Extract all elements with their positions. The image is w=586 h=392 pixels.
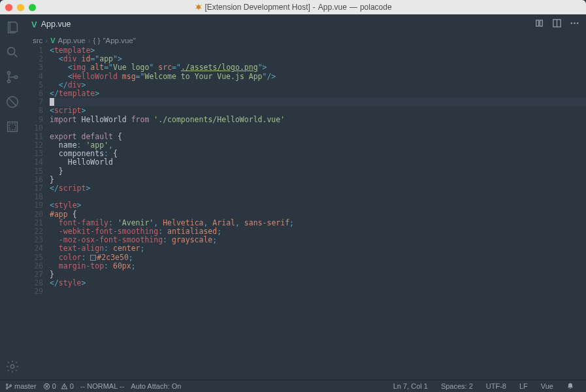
title-project: polacode — [360, 3, 392, 12]
encoding[interactable]: UTF-8 — [486, 382, 506, 390]
vim-mode: -- NORMAL -- — [80, 382, 124, 390]
code-line[interactable]: </style> — [50, 279, 586, 287]
status-bar: master 0 0 -- NORMAL -- Auto Attach: On … — [0, 380, 586, 392]
title-prefix: [Extension Development Host] — [204, 3, 310, 12]
body: V App.vue src › V — [0, 14, 586, 380]
tab-bar: V App.vue — [25, 14, 586, 35]
code-line[interactable]: </div> — [50, 81, 586, 90]
code-line[interactable]: components: { — [50, 150, 586, 158]
minimize-window-icon[interactable] — [17, 4, 24, 11]
line-number: 8 — [25, 106, 43, 115]
line-number: 29 — [25, 287, 43, 296]
code-line[interactable]: <HelloWorld msg="Welcome to Your Vue.js … — [50, 73, 586, 81]
source-control-icon[interactable] — [5, 69, 20, 85]
search-icon[interactable] — [5, 44, 20, 60]
svg-point-12 — [577, 22, 578, 24]
bug-icon — [194, 3, 202, 12]
code-line[interactable]: <script> — [50, 106, 586, 115]
window: [Extension Development Host] - App.vue —… — [0, 0, 586, 392]
error-icon — [43, 383, 50, 390]
code-line[interactable]: <style> — [50, 201, 586, 210]
svg-point-0 — [196, 5, 200, 8]
code-line[interactable]: name: 'app', — [50, 141, 586, 150]
problems[interactable]: 0 0 — [43, 382, 74, 390]
compare-changes-icon[interactable] — [534, 18, 544, 31]
language-mode[interactable]: Vue — [541, 382, 553, 390]
code-line[interactable]: export default { — [50, 133, 586, 141]
close-window-icon[interactable] — [5, 4, 12, 11]
code-line[interactable]: HelloWorld — [50, 158, 586, 167]
svg-point-3 — [7, 80, 10, 82]
code-line[interactable]: import HelloWorld from './components/Hel… — [50, 116, 586, 124]
code-line[interactable] — [50, 98, 586, 106]
eol[interactable]: LF — [519, 382, 528, 390]
vue-file-icon: V — [50, 37, 55, 44]
breadcrumb-file[interactable]: App.vue — [58, 37, 86, 44]
breadcrumb[interactable]: src › V App.vue › { } "App.vue" — [25, 35, 586, 46]
code-line[interactable]: } — [50, 167, 586, 176]
line-number: 19 — [25, 201, 43, 210]
activity-bar — [0, 14, 25, 380]
line-number: 20 — [25, 210, 43, 219]
more-actions-icon[interactable] — [570, 18, 579, 31]
explorer-icon[interactable] — [5, 20, 20, 35]
code-editor[interactable]: 1234567891011121314151617181920212223242… — [25, 46, 586, 380]
titlebar[interactable]: [Extension Development Host] - App.vue —… — [0, 0, 586, 14]
code-line[interactable]: </template> — [50, 90, 586, 98]
tab-label: App.vue — [41, 20, 71, 29]
chevron-right-icon: › — [88, 37, 91, 44]
line-number-gutter: 1234567891011121314151617181920212223242… — [25, 46, 50, 380]
code-line[interactable]: } — [50, 270, 586, 279]
line-number: 10 — [25, 124, 43, 133]
indentation[interactable]: Spaces: 2 — [441, 382, 473, 390]
svg-point-8 — [10, 365, 14, 368]
line-number: 3 — [25, 63, 43, 72]
auto-attach[interactable]: Auto Attach: On — [131, 382, 181, 390]
title-file: App.vue — [318, 3, 347, 12]
code-line[interactable] — [50, 193, 586, 201]
editor-actions — [534, 18, 586, 31]
svg-rect-7 — [9, 123, 15, 129]
symbol-braces-icon: { } — [93, 37, 101, 44]
debug-icon[interactable] — [5, 94, 20, 110]
line-number: 5 — [25, 81, 43, 90]
code-line[interactable] — [50, 287, 586, 296]
svg-point-10 — [571, 22, 572, 24]
settings-gear-icon[interactable] — [5, 359, 20, 374]
svg-point-13 — [7, 384, 8, 385]
svg-point-1 — [8, 48, 15, 55]
line-number: 25 — [25, 253, 43, 262]
svg-point-11 — [574, 22, 575, 24]
code-line[interactable]: </script> — [50, 184, 586, 193]
line-number: 4 — [25, 73, 43, 81]
cursor-position[interactable]: Ln 7, Col 1 — [393, 382, 428, 390]
chevron-right-icon: › — [45, 37, 48, 44]
git-branch[interactable]: master — [5, 382, 37, 390]
code-area[interactable]: <template> <div id="app"> <img alt="Vue … — [50, 46, 586, 380]
breadcrumb-symbol[interactable]: "App.vue" — [103, 37, 135, 44]
tab-app-vue[interactable]: V App.vue — [25, 14, 78, 35]
polacode-icon[interactable] — [5, 119, 20, 135]
svg-point-15 — [10, 384, 11, 385]
warning-icon — [61, 383, 68, 390]
line-number: 26 — [25, 262, 43, 270]
window-title: [Extension Development Host] - App.vue —… — [194, 3, 391, 12]
code-line[interactable]: margin-top: 60px; — [50, 262, 586, 270]
zoom-window-icon[interactable] — [29, 4, 36, 11]
code-line[interactable]: <template> — [50, 46, 586, 55]
editor-group: V App.vue src › V — [25, 14, 586, 380]
notifications-bell-icon[interactable] — [566, 382, 574, 390]
line-number: 21 — [25, 219, 43, 227]
svg-point-14 — [7, 387, 8, 389]
line-number: 14 — [25, 158, 43, 167]
vue-file-icon: V — [31, 20, 37, 29]
code-line[interactable] — [50, 124, 586, 133]
breadcrumb-folder[interactable]: src — [33, 37, 42, 44]
branch-icon — [5, 383, 12, 390]
svg-point-2 — [7, 72, 10, 74]
split-editor-icon[interactable] — [552, 18, 562, 31]
code-line[interactable]: } — [50, 176, 586, 184]
line-number: 15 — [25, 167, 43, 176]
line-number: 9 — [25, 116, 43, 124]
traffic-lights — [5, 4, 36, 11]
